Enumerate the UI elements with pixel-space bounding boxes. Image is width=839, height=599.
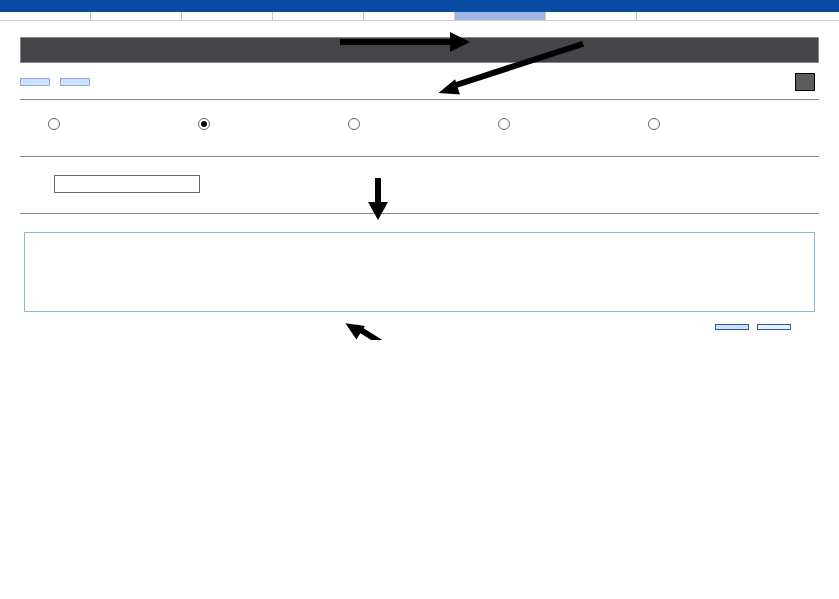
tab-create[interactable] (91, 12, 182, 20)
not-available-swatch (795, 73, 815, 91)
header-bar (0, 0, 839, 12)
radio-link-type[interactable] (498, 118, 648, 130)
tab-select-vlan[interactable] (0, 12, 91, 20)
radio-pvid[interactable] (648, 118, 798, 130)
tab-detail[interactable] (273, 12, 364, 20)
radio-not-member[interactable] (348, 118, 498, 130)
vlan-ids-input[interactable] (54, 175, 200, 193)
selected-ports-box (24, 232, 815, 312)
legend-not-available (795, 73, 819, 91)
select-all-button[interactable] (20, 78, 50, 86)
cancel-button[interactable] (757, 324, 791, 330)
membership-radio-group (48, 118, 819, 130)
radio-tagged[interactable] (198, 118, 348, 130)
apply-button[interactable] (715, 324, 749, 330)
tab-remove[interactable] (546, 12, 637, 20)
switch-port-panel (20, 37, 819, 63)
divider (20, 99, 819, 100)
divider (20, 156, 819, 157)
radio-untagged[interactable] (48, 118, 198, 130)
select-none-button[interactable] (60, 78, 90, 86)
tab-bar (0, 12, 839, 21)
tab-modify-port[interactable] (455, 12, 546, 20)
divider (20, 213, 819, 214)
tab-port-detail[interactable] (182, 12, 273, 20)
tab-modify-vlan[interactable] (364, 12, 455, 20)
